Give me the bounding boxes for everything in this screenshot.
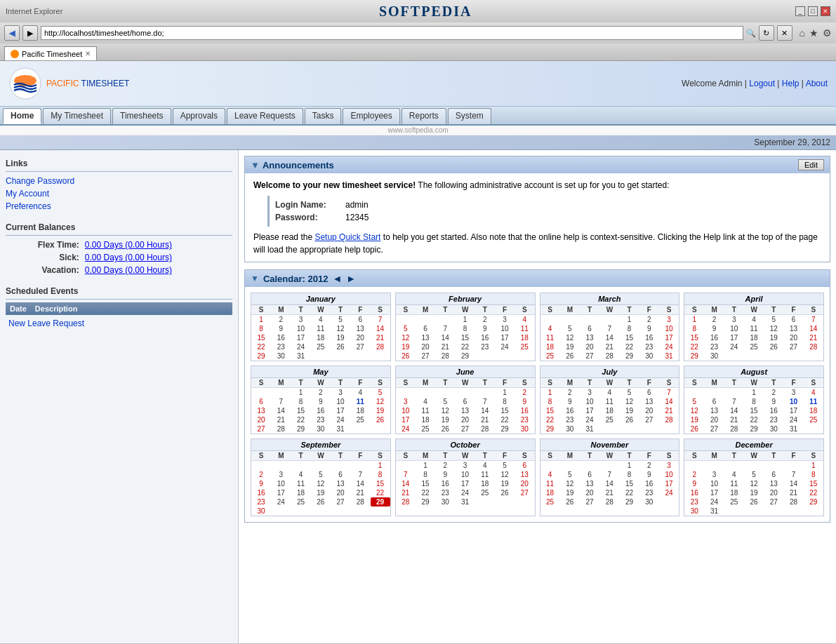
day-cell[interactable]: 12: [396, 333, 416, 342]
day-cell[interactable]: 15: [744, 406, 764, 415]
day-cell[interactable]: 19: [744, 488, 764, 497]
day-cell[interactable]: 30: [639, 497, 659, 507]
day-cell[interactable]: 27: [456, 424, 475, 434]
day-cell[interactable]: 21: [784, 488, 804, 497]
day-cell[interactable]: 3: [396, 397, 416, 406]
day-cell[interactable]: 25: [744, 342, 764, 351]
day-cell[interactable]: 29: [251, 351, 271, 361]
day-cell[interactable]: 20: [639, 406, 659, 415]
setup-quick-start-link[interactable]: Setup Quick Start: [314, 232, 380, 242]
day-cell[interactable]: 14: [475, 406, 495, 415]
day-cell[interactable]: 26: [396, 351, 416, 361]
day-cell[interactable]: 9: [684, 479, 704, 488]
day-cell[interactable]: 1: [540, 388, 560, 398]
day-cell[interactable]: 5: [684, 397, 704, 406]
day-cell[interactable]: 21: [599, 342, 619, 351]
day-cell[interactable]: 7: [599, 324, 619, 333]
day-cell[interactable]: 11: [311, 324, 331, 333]
day-cell[interactable]: 4: [724, 470, 744, 479]
day-cell[interactable]: 23: [684, 497, 704, 507]
day-cell[interactable]: 8: [620, 470, 639, 479]
day-cell[interactable]: 10: [271, 479, 291, 488]
day-cell[interactable]: 3: [456, 461, 475, 471]
day-cell[interactable]: 18: [540, 342, 560, 351]
day-cell[interactable]: 20: [764, 488, 783, 497]
day-cell[interactable]: 11: [350, 397, 370, 406]
day-cell[interactable]: 25: [540, 497, 560, 507]
day-cell[interactable]: 12: [684, 406, 704, 415]
day-cell[interactable]: 25: [515, 342, 534, 351]
day-cell[interactable]: 12: [560, 333, 580, 342]
day-cell[interactable]: 3: [659, 315, 679, 325]
day-cell[interactable]: 23: [515, 415, 534, 424]
day-cell[interactable]: 11: [599, 397, 619, 406]
day-cell[interactable]: 1: [456, 315, 475, 325]
day-cell[interactable]: 30: [684, 507, 704, 516]
day-cell[interactable]: 27: [251, 424, 271, 434]
day-cell[interactable]: 18: [291, 488, 311, 497]
day-cell[interactable]: 16: [705, 333, 724, 342]
day-cell[interactable]: 29: [620, 497, 639, 507]
tab-home[interactable]: Home: [3, 108, 41, 124]
day-cell[interactable]: 1: [620, 461, 639, 471]
day-cell[interactable]: 26: [744, 497, 764, 507]
day-cell[interactable]: 27: [639, 415, 659, 424]
day-cell[interactable]: 5: [495, 461, 515, 471]
day-cell[interactable]: 1: [804, 461, 823, 471]
day-cell[interactable]: 1: [495, 388, 515, 398]
day-cell[interactable]: 11: [416, 406, 435, 415]
day-cell[interactable]: 27: [515, 488, 534, 497]
day-cell[interactable]: 7: [371, 315, 390, 325]
day-cell[interactable]: 16: [639, 333, 659, 342]
day-cell[interactable]: 25: [724, 497, 744, 507]
day-cell[interactable]: 9: [639, 470, 659, 479]
day-cell[interactable]: 7: [659, 388, 679, 398]
day-cell[interactable]: 24: [705, 497, 724, 507]
day-cell[interactable]: 10: [456, 470, 475, 479]
tab-tasks[interactable]: Tasks: [305, 108, 342, 124]
day-cell[interactable]: 2: [639, 461, 659, 471]
day-cell[interactable]: 2: [684, 470, 704, 479]
day-cell[interactable]: 2: [639, 315, 659, 325]
day-cell[interactable]: 20: [251, 415, 271, 424]
day-cell[interactable]: 16: [435, 479, 455, 488]
day-cell[interactable]: 24: [580, 415, 599, 424]
day-cell[interactable]: 19: [560, 488, 580, 497]
day-cell[interactable]: 23: [435, 488, 455, 497]
day-cell[interactable]: 17: [705, 488, 724, 497]
day-cell[interactable]: 17: [291, 333, 311, 342]
day-cell[interactable]: 24: [271, 497, 291, 507]
day-cell[interactable]: 15: [371, 479, 390, 488]
day-cell[interactable]: 27: [580, 351, 599, 361]
day-cell[interactable]: 25: [311, 342, 331, 351]
day-cell[interactable]: 8: [804, 470, 823, 479]
browser-tab-active[interactable]: Pacific Timesheet ✕: [4, 46, 97, 60]
day-cell[interactable]: 28: [599, 497, 619, 507]
day-cell[interactable]: 17: [580, 406, 599, 415]
day-cell[interactable]: 7: [784, 470, 804, 479]
day-cell[interactable]: 15: [251, 333, 271, 342]
tab-system[interactable]: System: [448, 108, 491, 124]
day-cell[interactable]: 4: [515, 315, 534, 325]
day-cell[interactable]: 6: [515, 461, 534, 471]
day-cell[interactable]: 5: [560, 470, 580, 479]
day-cell[interactable]: 28: [271, 424, 291, 434]
day-cell[interactable]: 24: [659, 488, 679, 497]
day-cell[interactable]: 22: [456, 342, 475, 351]
day-cell[interactable]: 25: [804, 415, 823, 424]
day-cell[interactable]: 10: [495, 324, 515, 333]
day-cell[interactable]: 8: [291, 397, 311, 406]
day-cell[interactable]: 14: [724, 406, 744, 415]
day-cell[interactable]: 20: [705, 415, 724, 424]
day-cell[interactable]: 6: [639, 388, 659, 398]
day-cell[interactable]: 28: [804, 342, 823, 351]
day-cell[interactable]: 8: [251, 324, 271, 333]
tab-approvals[interactable]: Approvals: [173, 108, 225, 124]
day-cell[interactable]: 18: [515, 333, 534, 342]
day-cell[interactable]: 20: [784, 333, 804, 342]
day-cell[interactable]: 13: [705, 406, 724, 415]
day-cell[interactable]: 13: [350, 324, 370, 333]
change-password-link[interactable]: Change Password: [6, 175, 232, 187]
day-cell[interactable]: 2: [764, 388, 783, 398]
day-cell[interactable]: 9: [311, 397, 331, 406]
